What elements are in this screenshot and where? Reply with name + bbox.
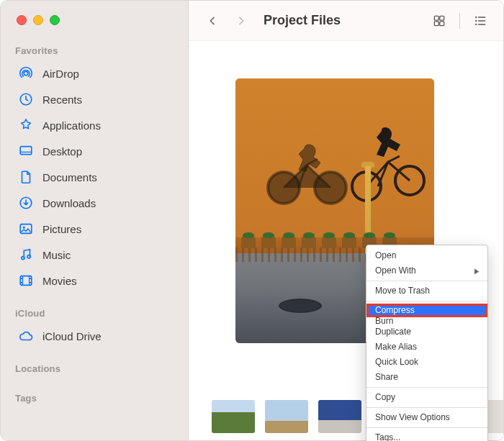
toolbar: Project Files [189, 1, 503, 41]
sidebar-item-label: Movies [42, 275, 77, 287]
sidebar-section-favorites: Favorites [15, 45, 175, 56]
menu-item-share[interactable]: Share [366, 370, 487, 385]
svg-point-15 [475, 23, 477, 24]
sidebar-item-label: AirDrop [42, 68, 79, 80]
context-menu: Open Open With Move to Trash Compress Bu… [366, 245, 488, 441]
sidebar-item-label: Desktop [42, 145, 82, 158]
document-icon [18, 169, 34, 185]
sidebar-item-applications[interactable]: Applications [14, 112, 175, 138]
sidebar-item-label: Documents [42, 171, 97, 183]
svg-point-0 [24, 71, 28, 76]
sidebar-item-icloud-drive[interactable]: iCloud Drive [14, 323, 175, 349]
toolbar-separator [459, 13, 460, 29]
svg-rect-11 [434, 21, 438, 25]
sidebar-item-downloads[interactable]: Downloads [14, 190, 175, 216]
sidebar-item-label: Downloads [42, 197, 96, 209]
menu-item-tags[interactable]: Tags... [366, 430, 487, 441]
thumbnail-item[interactable] [265, 400, 308, 433]
desktop-icon [18, 143, 34, 159]
downloads-icon [18, 195, 34, 211]
menu-item-copy[interactable]: Copy [366, 390, 487, 405]
back-button[interactable] [202, 10, 223, 32]
zoom-window-button[interactable] [50, 15, 60, 25]
sidebar: Favorites AirDrop Recents Applications D… [1, 1, 189, 440]
thumbnail-item[interactable] [212, 400, 255, 433]
sidebar-item-label: Music [42, 249, 71, 261]
thumbnail-item[interactable] [318, 400, 361, 433]
menu-item-quick-look[interactable]: Quick Look [366, 355, 487, 370]
svg-rect-9 [434, 16, 438, 20]
sidebar-item-airdrop[interactable]: AirDrop [14, 60, 175, 86]
svg-point-13 [475, 16, 477, 17]
svg-rect-2 [20, 147, 32, 155]
svg-point-5 [23, 227, 25, 229]
svg-point-7 [27, 255, 30, 258]
music-icon [18, 247, 34, 263]
sidebar-item-documents[interactable]: Documents [14, 164, 175, 190]
menu-item-compress[interactable]: Compress [366, 304, 487, 317]
sidebar-item-label: Pictures [42, 223, 81, 235]
menu-item-move-to-trash[interactable]: Move to Trash [366, 283, 487, 299]
sidebar-item-music[interactable]: Music [14, 242, 175, 268]
sidebar-section-icloud: iCloud [15, 308, 175, 319]
sidebar-item-pictures[interactable]: Pictures [14, 216, 175, 242]
airdrop-icon [18, 65, 34, 81]
sidebar-item-movies[interactable]: Movies [14, 268, 175, 294]
pictures-icon [18, 221, 34, 237]
icon-view-button[interactable] [429, 11, 449, 31]
minimize-window-button[interactable] [33, 15, 43, 25]
menu-item-show-view-options[interactable]: Show View Options [366, 410, 487, 425]
menu-item-make-alias[interactable]: Make Alias [366, 340, 487, 355]
svg-rect-10 [440, 16, 444, 20]
forward-button[interactable] [230, 10, 252, 32]
svg-point-6 [22, 256, 24, 259]
svg-rect-12 [440, 21, 444, 25]
menu-item-open[interactable]: Open [366, 248, 487, 263]
clock-icon [18, 91, 34, 107]
svg-rect-8 [20, 276, 32, 286]
close-window-button[interactable] [17, 15, 27, 25]
sidebar-item-label: Recents [42, 94, 82, 106]
applications-icon [18, 117, 34, 133]
sidebar-item-label: iCloud Drive [42, 330, 102, 342]
menu-item-burn[interactable]: Burn [366, 317, 487, 324]
sidebar-section-locations: Locations [15, 363, 175, 374]
sidebar-item-desktop[interactable]: Desktop [14, 138, 175, 164]
folder-title: Project Files [264, 13, 422, 28]
svg-point-14 [475, 19, 477, 21]
sidebar-item-label: Applications [42, 119, 101, 132]
list-view-button[interactable] [470, 11, 490, 31]
sidebar-section-tags: Tags [15, 393, 175, 404]
cloud-icon [18, 328, 34, 344]
sidebar-item-recents[interactable]: Recents [14, 86, 175, 112]
movies-icon [18, 273, 34, 288]
window-controls [14, 1, 175, 38]
menu-item-duplicate[interactable]: Duplicate [366, 324, 487, 340]
menu-item-open-with[interactable]: Open With [366, 263, 487, 278]
